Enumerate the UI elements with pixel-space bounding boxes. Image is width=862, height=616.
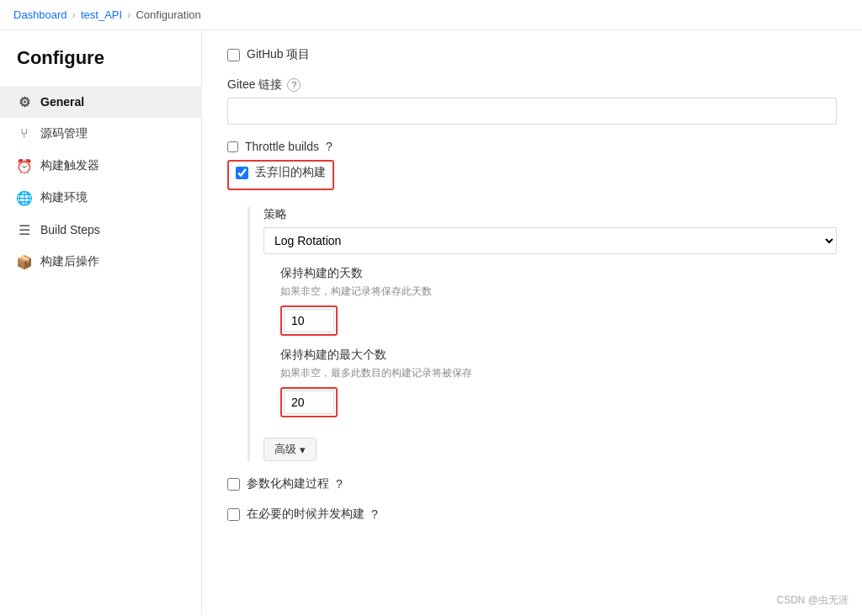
strategy-section: 策略 Log Rotation 保持构建的天数 如果非空，构建记录将保存此天数 …	[247, 207, 837, 461]
advanced-label: 高级	[274, 442, 296, 457]
discard-highlight-box: 丢弃旧的构建 ?	[227, 160, 334, 190]
sidebar: Configure ⚙ General ⑂ 源码管理 ⏰ 构建触发器 🌐 构建环…	[0, 30, 202, 614]
sidebar-item-source[interactable]: ⑂ 源码管理	[0, 118, 201, 150]
sidebar-title: Configure	[0, 47, 201, 86]
main-content: GitHub 项目 Gitee 链接 ? Throttle builds ? 丢	[202, 30, 862, 614]
days-input[interactable]	[284, 309, 334, 332]
trigger-icon: ⏰	[17, 158, 32, 173]
param-checkbox[interactable]	[227, 478, 240, 491]
sidebar-item-post[interactable]: 📦 构建后操作	[0, 246, 201, 278]
gitee-section: Gitee 链接 ?	[227, 77, 837, 125]
gear-icon: ⚙	[17, 94, 32, 109]
breadcrumb-dashboard[interactable]: Dashboard	[13, 8, 67, 21]
breadcrumb: Dashboard › test_API › Configuration	[0, 0, 862, 30]
throttle-label: Throttle builds	[245, 140, 319, 153]
strategy-label: 策略	[263, 207, 837, 222]
throttle-checkbox[interactable]	[227, 141, 238, 152]
concurrent-label: 在必要的时候并发构建	[247, 507, 364, 522]
source-icon: ⑂	[17, 126, 32, 141]
concurrent-help-icon[interactable]: ?	[371, 507, 378, 521]
throttle-section: Throttle builds ? 丢弃旧的构建 ? 策略 Log Rotati…	[227, 140, 837, 461]
sidebar-item-env[interactable]: 🌐 构建环境	[0, 182, 201, 214]
sidebar-item-label-general: General	[40, 95, 84, 109]
days-desc: 如果非空，构建记录将保存此天数	[280, 284, 837, 299]
throttle-help-icon[interactable]: ?	[326, 140, 333, 153]
watermark: CSDN @虫无涯	[776, 593, 849, 608]
days-subsection: 保持构建的天数 如果非空，构建记录将保存此天数	[263, 266, 837, 336]
sidebar-item-label-post: 构建后操作	[40, 254, 99, 269]
sidebar-item-general[interactable]: ⚙ General	[0, 86, 201, 118]
steps-icon: ☰	[17, 222, 32, 237]
param-help-icon[interactable]: ?	[336, 477, 343, 491]
gitee-help-icon[interactable]: ?	[287, 78, 301, 92]
breadcrumb-configuration: Configuration	[136, 8, 200, 21]
days-title: 保持构建的天数	[280, 266, 837, 281]
gitee-input[interactable]	[227, 98, 837, 125]
param-label: 参数化构建过程	[247, 476, 329, 491]
sidebar-item-label-env: 构建环境	[40, 190, 88, 205]
sidebar-item-label-trigger: 构建触发器	[40, 158, 99, 173]
param-section: 参数化构建过程 ?	[227, 476, 837, 491]
breadcrumb-sep-2: ›	[127, 8, 130, 21]
strategy-select[interactable]: Log Rotation	[263, 227, 837, 254]
sidebar-item-label-steps: Build Steps	[40, 223, 100, 236]
breadcrumb-sep-1: ›	[72, 8, 76, 21]
breadcrumb-test-api[interactable]: test_API	[81, 8, 122, 21]
advanced-button[interactable]: 高级 ▾	[263, 438, 317, 461]
env-icon: 🌐	[17, 190, 32, 205]
max-desc: 如果非空，最多此数目的构建记录将被保存	[280, 366, 837, 380]
github-checkbox-row: GitHub 项目	[227, 47, 837, 62]
max-title: 保持构建的最大个数	[280, 348, 837, 363]
github-label: GitHub 项目	[247, 47, 310, 62]
github-section: GitHub 项目	[227, 47, 837, 62]
throttle-row: Throttle builds ?	[227, 140, 837, 153]
sidebar-item-trigger[interactable]: ⏰ 构建触发器	[0, 150, 201, 182]
concurrent-checkbox[interactable]	[227, 508, 240, 521]
param-checkbox-row: 参数化构建过程 ?	[227, 476, 837, 491]
post-icon: 📦	[17, 254, 32, 269]
discard-checkbox[interactable]	[236, 167, 248, 179]
max-input[interactable]	[284, 390, 334, 414]
sidebar-item-steps[interactable]: ☰ Build Steps	[0, 214, 201, 246]
github-checkbox[interactable]	[227, 49, 240, 61]
days-input-highlight	[280, 305, 338, 336]
gitee-field-label: Gitee 链接 ?	[227, 77, 837, 93]
concurrent-checkbox-row: 在必要的时候并发构建 ?	[227, 507, 837, 522]
max-input-highlight	[280, 387, 338, 417]
discard-checkbox-row: 丢弃旧的构建 ?	[236, 165, 326, 180]
sidebar-item-label-source: 源码管理	[40, 126, 88, 141]
chevron-down-icon: ▾	[300, 443, 306, 456]
max-subsection: 保持构建的最大个数 如果非空，最多此数目的构建记录将被保存	[263, 348, 837, 417]
gitee-label-text: Gitee 链接	[227, 77, 282, 93]
discard-label: 丢弃旧的构建	[255, 165, 326, 180]
concurrent-section: 在必要的时候并发构建 ?	[227, 507, 837, 522]
